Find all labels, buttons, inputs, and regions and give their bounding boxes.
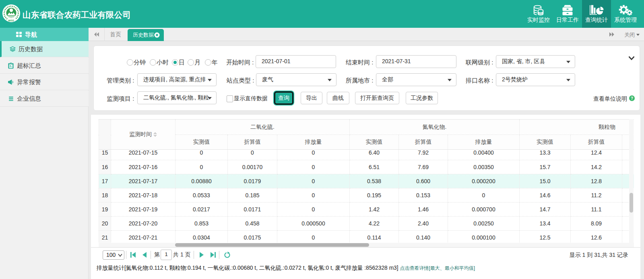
svg-text:MEE: MEE: [8, 19, 14, 22]
svg-text:?: ?: [631, 96, 633, 101]
